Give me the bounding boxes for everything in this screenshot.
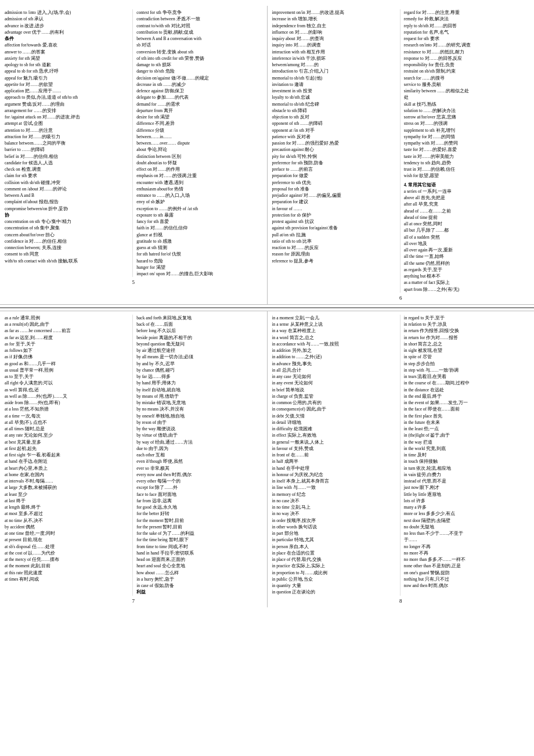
- entry: in effect 实际上,有效地: [272, 432, 398, 438]
- entry: defence against 防御,保卫: [136, 88, 262, 94]
- entry: face to face 面对面地: [136, 491, 262, 498]
- entry: from time to time 间或,不时: [136, 543, 262, 550]
- entry: research on/into 对……的研究,调查: [404, 42, 529, 48]
- entry: in detail 详细地: [272, 419, 398, 426]
- entry: belief in 对……的信仰,相信: [5, 153, 130, 160]
- entry: in touch 保持接触: [404, 458, 529, 465]
- entry: at one time 曾经,一度;同时: [5, 530, 130, 537]
- entry: in time 及时: [404, 452, 529, 458]
- entry: all but 几乎,除了……都: [404, 227, 529, 233]
- entry: stress on 对……的强调: [404, 120, 529, 127]
- entry: concentration of sth 集中,聚集: [5, 225, 130, 231]
- entry: concentration on sth 专心/集中/精力: [5, 218, 130, 225]
- entry: advantage over 优于……的有利: [5, 29, 130, 35]
- entry: desire for sth 渴望: [136, 114, 262, 120]
- entry: by air 通过航空途径: [136, 347, 262, 354]
- page8-col1: in a moment 立刻,一会儿 in a sense 从某种意义上说 in…: [272, 315, 398, 596]
- entry: loyalty to sb/sth 忠诚: [272, 94, 398, 100]
- entry: prejudice against/ 对……的偏见,偏重: [272, 192, 398, 199]
- entry: between A and B a conversation with: [136, 35, 262, 42]
- page7-col1: as a rule 通常,照例 as a result(of) 因此,由于 as…: [5, 315, 130, 596]
- entry: sympathy with 对……的赞同: [404, 140, 529, 146]
- entry: inquiry into 对……的调查: [272, 42, 398, 48]
- entry: effect on 对……的作用: [136, 166, 262, 172]
- entry: as far as 远至,到……程度: [5, 334, 130, 341]
- entry: due to 由于,因为: [136, 445, 262, 452]
- entry: hunger for 渴望: [136, 264, 262, 271]
- entry: by chance 偶然,碰巧: [136, 367, 262, 373]
- entry: comment on /about 对……的评论: [5, 186, 130, 192]
- entry: delegate to 参加……的代表: [136, 94, 262, 100]
- entry: in the distance 在远处: [404, 387, 529, 393]
- entry: in step 步步合拍: [404, 361, 529, 367]
- entry: in spite of 尽管: [404, 354, 529, 360]
- entry: appeal for 魅力,吸引力: [5, 75, 130, 81]
- entry: between/among 对……的: [272, 62, 398, 68]
- entry: contribution to 贡献,捐献;促成: [136, 29, 262, 35]
- entry: reputation for 名声,名气: [404, 29, 529, 35]
- entry: in the face of 即使在……面前: [404, 406, 529, 412]
- entry: distinction between 区别: [136, 153, 262, 160]
- entry: application 把……应用于……: [5, 88, 130, 94]
- entry: resistance to 对……的抵抗,耐力: [404, 49, 529, 55]
- entry: except for 除了……外: [136, 484, 262, 491]
- entry: even if/though 即使,虽然: [136, 458, 262, 465]
- entry: as a result(of) 因此,由于: [5, 321, 130, 327]
- page-7: as a rule 通常,照例 as a result(of) 因此,由于 as…: [0, 311, 268, 607]
- entry: for the moment 暂时,目前: [136, 517, 262, 524]
- entry: above all 首先,先把是: [404, 195, 529, 201]
- entry: at sb's disposal 任……处理: [5, 543, 130, 550]
- entry: lots of 许多: [404, 498, 529, 504]
- page5-col2: contest for sth 争夺,竞争 contradiction betw…: [132, 9, 262, 277]
- entry: protection for sb 保护: [272, 212, 398, 218]
- entry: by and by 不久,迟早: [136, 361, 262, 367]
- entry: between……over…… dispute: [136, 140, 262, 146]
- entry: in the end 最后,终于: [404, 393, 529, 399]
- entry: 于……: [404, 537, 529, 543]
- top-pages: admission to /into 进入,入(场,学,会) admission…: [0, 6, 534, 305]
- entry: anything but 根本不: [404, 273, 529, 279]
- entry: at the cost of 以……为代价: [5, 550, 130, 556]
- entry: in practice 在实际上,实际上: [272, 563, 398, 569]
- entry: as well as 除……外(也,即)……又: [5, 393, 130, 399]
- entry: envy of sb 嫉妒: [136, 199, 262, 205]
- entry: at all times 随时,总是: [5, 426, 130, 432]
- entry: sorrow at/for/over 悲哀,悲痛: [404, 114, 529, 120]
- entry: collision with sb/sth 碰撞,冲突: [5, 179, 130, 186]
- entry: contest for sth 争夺,竞争: [136, 9, 262, 16]
- entry: in the event of 如果……发生,万一: [404, 399, 529, 406]
- entry: back of 在……后面: [136, 321, 262, 327]
- entry: regard for 对……的注意,尊重: [404, 9, 529, 16]
- entry: exception to ……的例外 of /at sth: [136, 206, 262, 212]
- entry: next door 隔壁的,去隔壁: [404, 517, 529, 524]
- entry: protest against sth 抗议: [272, 218, 398, 225]
- entry: approach to 类似,办法,道道 of sth/to sth: [5, 94, 130, 100]
- entry: reply to sb/sth 对……的回答: [404, 23, 529, 29]
- entry: decrease in sth ……的减少: [136, 81, 262, 88]
- entry: advance in 改进,进步: [5, 23, 130, 29]
- entry: concern about/for/over 担心: [5, 232, 130, 238]
- entry: for /against attack on 对……的进攻,评击: [5, 114, 130, 120]
- page-container: admission to /into 进入,入(场,学,会) admission…: [0, 0, 534, 613]
- entry: little by little 逐渐地: [404, 491, 529, 498]
- entry: in person 亲自,本人: [272, 543, 398, 550]
- entry: in place of 代替,取代,交换: [272, 556, 398, 563]
- entry: entrance to ……的入口,入场: [136, 192, 262, 199]
- entry: in the way 拦道: [404, 439, 529, 445]
- entry: at length 最终,终于: [5, 504, 130, 510]
- page7-col2: back and forth 来回地,反复地 back of 在……后面 bef…: [132, 315, 262, 596]
- entry: in a sense 从某种意义上说: [272, 321, 398, 327]
- entry: in no time 立刻,马上: [272, 504, 398, 510]
- entry: in any event 无论如何: [272, 380, 398, 386]
- entry: at large 大多数,未被捕获的: [5, 484, 130, 491]
- entry: by hand 用手;用体力: [136, 380, 262, 386]
- entry: ever so 非常,极其: [136, 465, 262, 471]
- entry: for sth hatred for/of 仇恨: [136, 251, 262, 257]
- entry: in addition 另外,加之: [272, 347, 398, 354]
- entry: reference to 提及,参考: [272, 258, 398, 264]
- section-head: 条件: [5, 35, 130, 42]
- entry: at all 毕竟(不), 点也不: [5, 419, 130, 426]
- entry: in accordance with 与……一致,按照: [272, 341, 398, 347]
- entry: head on 迎面而来,正面的: [136, 556, 262, 563]
- entry: invitation to 邀请: [272, 81, 398, 88]
